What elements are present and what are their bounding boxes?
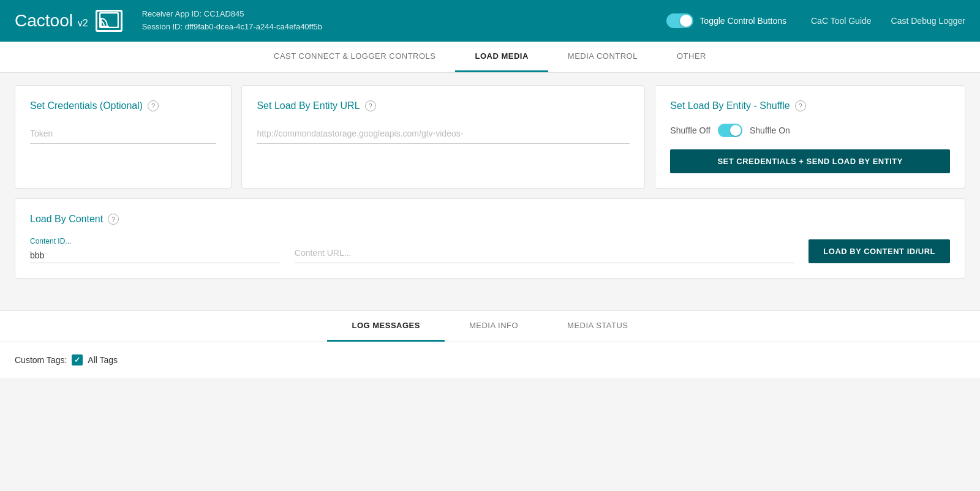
content-btn-group: LOAD BY CONTENT ID/URL xyxy=(809,239,950,263)
tab-media-status[interactable]: MEDIA STATUS xyxy=(543,311,652,342)
entity-url-card-title: Set Load By Entity URL ? xyxy=(257,100,630,111)
load-by-content-button[interactable]: LOAD BY CONTENT ID/URL xyxy=(809,239,950,263)
bottom-section: LOG MESSAGES MEDIA INFO MEDIA STATUS Cus… xyxy=(0,310,980,378)
tab-log-messages[interactable]: LOG MESSAGES xyxy=(327,311,444,342)
entity-shuffle-card: Set Load By Entity - Shuffle ? Shuffle O… xyxy=(655,85,965,189)
shuffle-off-label: Shuffle Off xyxy=(670,126,710,135)
entity-url-card: Set Load By Entity URL ? xyxy=(241,85,645,189)
receiver-app-id-value: CC1AD845 xyxy=(204,9,244,18)
content-id-label: Content ID... xyxy=(30,237,280,246)
content-id-group: Content ID... bbb xyxy=(30,237,280,263)
tab-cast-connect[interactable]: CAST CONNECT & LOGGER CONTROLS xyxy=(254,42,455,72)
session-id-label: Session ID: xyxy=(142,22,183,31)
tab-media-control[interactable]: MEDIA CONTROL xyxy=(548,42,657,72)
load-by-content-card: Load By Content ? Content ID... bbb LOAD… xyxy=(15,198,965,279)
section-divider xyxy=(0,301,980,305)
nav-logger-link[interactable]: Cast Debug Logger xyxy=(891,16,965,26)
all-tags-label: All Tags xyxy=(88,355,118,365)
send-load-by-entity-button[interactable]: SET CREDENTIALS + SEND LOAD BY ENTITY xyxy=(670,149,950,173)
logo: Cactool v2 xyxy=(15,10,123,32)
main-tabs: CAST CONNECT & LOGGER CONTROLS LOAD MEDI… xyxy=(0,42,980,73)
entity-url-input[interactable] xyxy=(257,124,630,144)
nav-guide-link[interactable]: CaC Tool Guide xyxy=(811,16,872,26)
load-by-content-help-icon[interactable]: ? xyxy=(108,214,119,225)
header-nav: CaC Tool Guide Cast Debug Logger xyxy=(811,16,965,26)
credentials-card-title: Set Credentials (Optional) ? xyxy=(30,100,216,111)
content-url-group xyxy=(295,243,794,263)
load-by-content-title: Load By Content ? xyxy=(30,214,950,225)
content-id-value: bbb xyxy=(30,248,280,263)
token-input[interactable] xyxy=(30,124,216,144)
custom-tags-row: Custom Tags: All Tags xyxy=(15,354,965,365)
credentials-card: Set Credentials (Optional) ? xyxy=(15,85,232,189)
shuffle-on-label: Shuffle On xyxy=(750,126,790,135)
credentials-help-icon[interactable]: ? xyxy=(148,100,159,111)
shuffle-toggle[interactable] xyxy=(718,124,742,137)
bottom-content: Custom Tags: All Tags xyxy=(0,342,980,378)
svg-rect-0 xyxy=(100,13,118,28)
toggle-control-buttons-switch[interactable] xyxy=(666,13,693,28)
top-cards-row: Set Credentials (Optional) ? Set Load By… xyxy=(15,85,965,189)
content-url-input[interactable] xyxy=(295,243,794,263)
shuffle-toggle-row: Shuffle Off Shuffle On xyxy=(670,124,950,137)
main-content: Set Credentials (Optional) ? Set Load By… xyxy=(0,73,980,301)
entity-url-help-icon[interactable]: ? xyxy=(365,100,376,111)
custom-tags-label: Custom Tags: xyxy=(15,355,67,365)
toggle-control-buttons-label: Toggle Control Buttons xyxy=(699,16,786,26)
session-info: Receiver App ID: CC1AD845 Session ID: df… xyxy=(142,8,667,34)
session-id-value: dff9fab0-dcea-4c17-a244-ca4efa40ff5b xyxy=(185,22,322,31)
app-header: Cactool v2 Receiver App ID: CC1AD845 Ses… xyxy=(0,0,980,42)
tab-media-info[interactable]: MEDIA INFO xyxy=(445,311,543,342)
entity-shuffle-card-title: Set Load By Entity - Shuffle ? xyxy=(670,100,950,111)
tab-other[interactable]: OTHER xyxy=(657,42,726,72)
entity-shuffle-help-icon[interactable]: ? xyxy=(795,100,806,111)
tab-load-media[interactable]: LOAD MEDIA xyxy=(455,42,548,72)
app-title: Cactool v2 xyxy=(15,11,88,31)
receiver-app-id-label: Receiver App ID: xyxy=(142,9,202,18)
cast-icon xyxy=(96,10,123,32)
all-tags-checkbox[interactable] xyxy=(72,354,83,365)
toggle-control-buttons-section: Toggle Control Buttons xyxy=(666,13,786,28)
bottom-tabs: LOG MESSAGES MEDIA INFO MEDIA STATUS xyxy=(0,311,980,342)
content-inputs-row: Content ID... bbb LOAD BY CONTENT ID/URL xyxy=(30,237,950,263)
